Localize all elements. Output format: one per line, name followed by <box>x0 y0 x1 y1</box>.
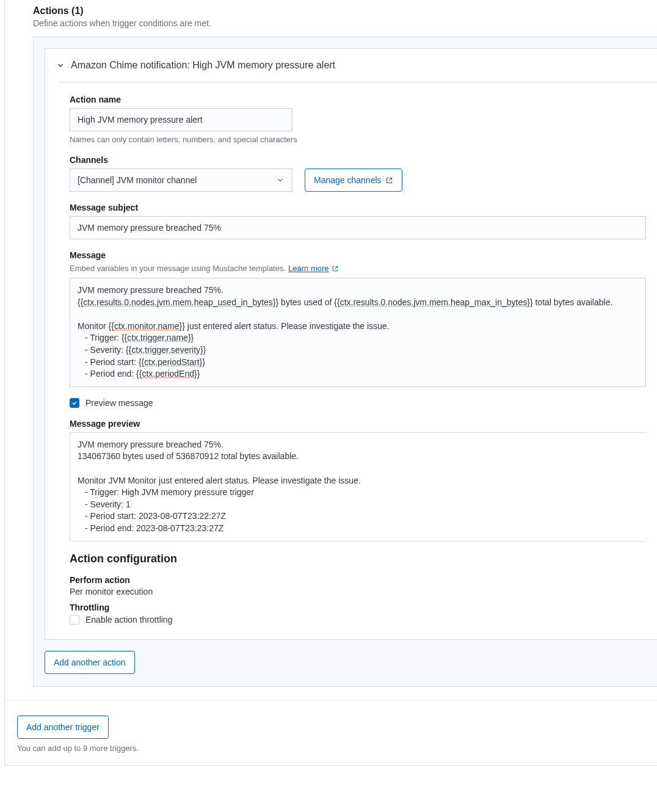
actions-container: Amazon Chime notification: High JVM memo… <box>33 37 657 687</box>
add-another-action-button[interactable]: Add another action <box>45 651 135 674</box>
actions-title: Actions (1) <box>33 5 657 16</box>
checkmark-icon <box>71 400 78 406</box>
throttling-checkbox[interactable] <box>70 615 79 625</box>
perform-action-value: Per monitor execution <box>70 587 646 596</box>
action-card: Amazon Chime notification: High JVM memo… <box>45 48 657 640</box>
action-accordion-toggle[interactable]: Amazon Chime notification: High JVM memo… <box>45 49 657 82</box>
learn-more-link[interactable]: Learn more <box>288 264 338 273</box>
trigger-section: Add another trigger You can add up to 9 … <box>5 700 657 753</box>
chevron-down-icon <box>56 61 65 70</box>
message-preview-label: Message preview <box>70 419 646 429</box>
message-preview: JVM memory pressure breached 75%. 134067… <box>70 432 646 542</box>
actions-panel: Actions (1) Define actions when trigger … <box>4 0 657 766</box>
channels-label: Channels <box>70 155 646 165</box>
message-help-text: Embed variables in your message using Mu… <box>70 264 286 273</box>
external-link-icon <box>332 265 339 272</box>
action-config-title: Action configuration <box>70 553 646 565</box>
trigger-help: You can add up to 9 more triggers. <box>17 744 657 753</box>
external-link-icon <box>385 176 393 184</box>
action-name-input[interactable]: High JVM memory pressure alert <box>70 108 292 131</box>
actions-subtitle: Define actions when trigger conditions a… <box>33 18 657 28</box>
preview-message-checkbox[interactable] <box>70 398 79 408</box>
chevron-down-icon <box>276 176 285 184</box>
action-name-label: Action name <box>70 95 646 104</box>
manage-channels-button[interactable]: Manage channels <box>305 169 402 192</box>
message-subject-label: Message subject <box>70 203 646 212</box>
add-another-trigger-button[interactable]: Add another trigger <box>17 716 109 739</box>
perform-action-label: Perform action <box>70 575 646 585</box>
message-subject-input[interactable]: JVM memory pressure breached 75% <box>70 216 646 239</box>
action-name-help: Names can only contain letters, numbers,… <box>70 135 646 144</box>
message-textarea[interactable]: JVM memory pressure breached 75%. {{ctx.… <box>70 278 646 387</box>
action-accordion-title: Amazon Chime notification: High JVM memo… <box>71 60 335 71</box>
channels-select[interactable]: [Channel] JVM monitor channel <box>70 169 292 192</box>
message-label: Message <box>70 250 646 260</box>
throttling-label: Throttling <box>70 603 646 612</box>
preview-message-label: Preview message <box>85 398 153 408</box>
action-body: Action name High JVM memory pressure ale… <box>59 82 657 639</box>
throttling-checkbox-label: Enable action throttling <box>85 615 172 625</box>
actions-header: Actions (1) Define actions when trigger … <box>5 0 657 28</box>
